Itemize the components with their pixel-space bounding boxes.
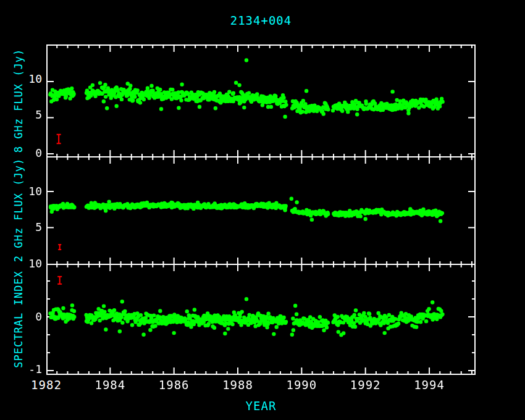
y-axis-title-8ghz: 8 GHz FLUX (Jy): [12, 49, 25, 153]
y-tick-label: 5: [35, 221, 42, 233]
scatter-canvas: [46, 44, 476, 375]
y-tick-label: -1: [28, 363, 42, 376]
x-tick-label: 1990: [274, 378, 329, 392]
x-tick-label: 1994: [401, 378, 457, 392]
x-tick-label: 1982: [19, 378, 74, 392]
y-axis-title-2ghz: 2 GHz FLUX (Jy): [12, 158, 25, 262]
y-tick-label: 10: [28, 185, 42, 198]
x-tick-label: 1986: [146, 378, 202, 392]
y-tick-label: 10: [28, 73, 42, 85]
y-tick-label: 0: [35, 311, 42, 323]
x-axis-title: YEAR: [46, 399, 476, 413]
y-tick-label: 10: [28, 258, 42, 270]
x-tick-label: 1988: [210, 378, 266, 392]
figure-root: 2134+004 8 GHz FLUX (Jy) 2 GHz FLUX (Jy)…: [0, 0, 525, 420]
x-tick-label: 1992: [338, 378, 393, 392]
y-tick-label: 5: [35, 109, 42, 121]
y-axis-title-spectral: SPECTRAL INDEX: [12, 271, 25, 368]
y-tick-label: 0: [35, 147, 42, 159]
chart-title: 2134+004: [46, 14, 476, 27]
x-tick-label: 1984: [82, 378, 138, 392]
